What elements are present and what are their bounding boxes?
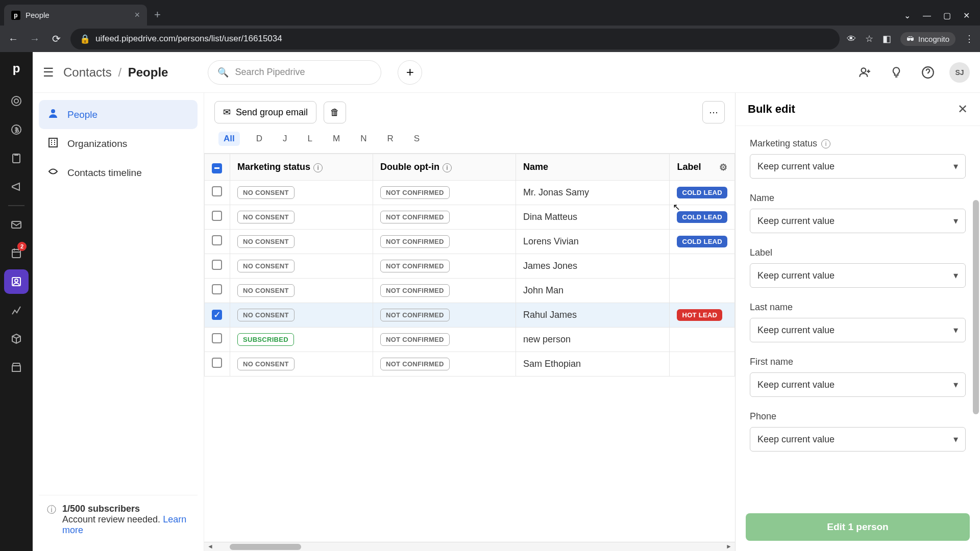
breadcrumb-root[interactable]: Contacts <box>63 65 112 79</box>
table-row[interactable]: NO CONSENT NOT CONFIRMED Mr. Jonas Samy … <box>205 181 735 205</box>
info-icon[interactable]: i <box>443 163 452 172</box>
maximize-icon[interactable]: ▢ <box>943 11 951 20</box>
sidebar-footer: ⓘ 1/500 subscribers Account review neede… <box>39 495 198 544</box>
row-checkbox[interactable] <box>212 235 222 245</box>
field-select[interactable]: Keep current value ▾ <box>750 209 966 233</box>
close-window-icon[interactable]: ✕ <box>963 11 970 20</box>
row-checkbox[interactable] <box>212 260 222 270</box>
alpha-filter-s[interactable]: S <box>410 132 424 146</box>
rail-deals-icon[interactable] <box>4 117 29 142</box>
search-placeholder: Search Pipedrive <box>235 67 305 78</box>
url-input[interactable]: 🔒 uifeed.pipedrive.com/persons/list/user… <box>70 29 840 49</box>
scroll-left-icon[interactable]: ◄ <box>207 543 213 550</box>
name-cell[interactable]: Dina Matteus <box>516 205 670 230</box>
horizontal-scrollbar[interactable]: ◄ ► <box>204 542 735 551</box>
table-row[interactable]: NO CONSENT NOT CONFIRMED Lorens Vivian C… <box>205 230 735 254</box>
field-select[interactable]: Keep current value ▾ <box>750 318 966 342</box>
invite-user-icon[interactable] <box>854 62 875 83</box>
panel-close-icon[interactable]: ✕ <box>958 102 968 116</box>
rail-marketplace-icon[interactable] <box>4 355 29 380</box>
incognito-icon: 🕶 <box>906 35 914 43</box>
row-checkbox[interactable] <box>212 333 222 343</box>
sidebar-item-contacts-timeline[interactable]: Contacts timeline <box>39 158 198 187</box>
column-header[interactable]: Double opt-ini <box>373 154 516 181</box>
scroll-right-icon[interactable]: ► <box>726 543 732 550</box>
field-select[interactable]: Keep current value ▾ <box>750 263 966 288</box>
name-cell[interactable]: Lorens Vivian <box>516 230 670 254</box>
name-cell[interactable]: Rahul James <box>516 303 670 328</box>
name-cell[interactable]: new person <box>516 328 670 352</box>
rail-campaigns-icon[interactable] <box>4 174 29 199</box>
rail-products-icon[interactable] <box>4 327 29 351</box>
kebab-menu-icon[interactable]: ⋮ <box>965 33 974 44</box>
field-select[interactable]: Keep current value ▾ <box>750 154 966 179</box>
rail-target-icon[interactable] <box>4 89 29 113</box>
field-select[interactable]: Keep current value ▾ <box>750 372 966 397</box>
minimize-icon[interactable]: ― <box>923 11 931 20</box>
avatar[interactable]: SJ <box>949 62 970 83</box>
send-group-email-button[interactable]: ✉ Send group email <box>214 101 316 123</box>
sidebar-item-people[interactable]: People <box>39 100 198 129</box>
alpha-filter-j[interactable]: J <box>279 132 291 146</box>
close-tab-icon[interactable]: × <box>134 10 140 20</box>
alpha-filter-r[interactable]: R <box>383 132 397 146</box>
alpha-filter-d[interactable]: D <box>252 132 266 146</box>
column-header[interactable]: Marketing statusi <box>230 154 373 181</box>
panel-body[interactable]: Marketing statusi Keep current value ▾ N… <box>736 126 980 506</box>
rail-projects-icon[interactable] <box>4 146 29 170</box>
info-icon[interactable]: i <box>313 163 323 172</box>
app-logo-icon[interactable]: p <box>7 59 26 78</box>
row-checkbox[interactable] <box>212 358 222 368</box>
reload-icon[interactable]: ⟳ <box>49 33 63 45</box>
name-cell[interactable]: Sam Ethopian <box>516 352 670 377</box>
info-icon[interactable]: i <box>821 139 830 148</box>
back-icon[interactable]: ← <box>6 33 20 45</box>
alpha-filter-n[interactable]: N <box>356 132 371 146</box>
table-row[interactable]: ✓ NO CONSENT NOT CONFIRMED Rahul James H… <box>205 303 735 328</box>
more-actions-button[interactable]: ⋯ <box>702 101 725 123</box>
select-value: Keep current value <box>757 161 835 172</box>
delete-button[interactable]: 🗑 <box>324 102 346 123</box>
eye-off-icon[interactable]: 👁 <box>847 34 856 44</box>
row-checkbox[interactable] <box>212 211 222 221</box>
new-tab-button[interactable]: + <box>147 4 168 26</box>
rail-mail-icon[interactable] <box>4 212 29 237</box>
table-wrap[interactable]: Marketing statusiDouble opt-iniNameLabel… <box>204 153 735 542</box>
column-header[interactable]: Label⚙ <box>670 154 735 181</box>
edit-person-submit-button[interactable]: Edit 1 person <box>746 513 970 541</box>
name-cell[interactable]: John Man <box>516 279 670 303</box>
name-cell[interactable]: Mr. Jonas Samy <box>516 181 670 205</box>
sidebar-item-organizations[interactable]: Organizations <box>39 129 198 158</box>
column-settings-icon[interactable]: ⚙ <box>719 162 727 173</box>
rail-insights-icon[interactable] <box>4 298 29 322</box>
browser-tab[interactable]: p People × <box>4 5 147 26</box>
panel-scrollbar-thumb[interactable] <box>973 200 979 414</box>
table-row[interactable]: NO CONSENT NOT CONFIRMED Sam Ethopian <box>205 352 735 377</box>
add-button[interactable]: + <box>398 60 422 85</box>
alpha-filter-all[interactable]: All <box>218 132 240 146</box>
column-header[interactable]: Name <box>516 154 670 181</box>
row-checkbox[interactable] <box>212 186 222 196</box>
bookmark-icon[interactable]: ☆ <box>865 33 873 44</box>
search-input[interactable]: 🔍 Search Pipedrive <box>208 60 381 85</box>
assistant-icon[interactable] <box>886 62 906 83</box>
scrollbar-thumb[interactable] <box>230 544 301 550</box>
chevron-down-icon[interactable]: ⌄ <box>904 11 911 20</box>
extensions-icon[interactable]: ◧ <box>883 33 891 44</box>
column-label: Marketing status <box>237 162 310 172</box>
table-row[interactable]: NO CONSENT NOT CONFIRMED Dina Matteus CO… <box>205 205 735 230</box>
menu-toggle-icon[interactable]: ☰ <box>43 65 54 80</box>
field-select[interactable]: Keep current value ▾ <box>750 427 966 452</box>
table-row[interactable]: NO CONSENT NOT CONFIRMED John Man <box>205 279 735 303</box>
rail-activities-icon[interactable]: 2 <box>4 241 29 265</box>
alpha-filter-l[interactable]: L <box>304 132 316 146</box>
select-all-checkbox[interactable] <box>212 163 222 173</box>
row-checkbox[interactable] <box>212 284 222 294</box>
alpha-filter-m[interactable]: M <box>329 132 344 146</box>
row-checkbox[interactable]: ✓ <box>212 310 222 320</box>
table-row[interactable]: NO CONSENT NOT CONFIRMED James Jones <box>205 254 735 279</box>
name-cell[interactable]: James Jones <box>516 254 670 279</box>
table-row[interactable]: SUBSCRIBED NOT CONFIRMED new person <box>205 328 735 352</box>
help-icon[interactable] <box>918 62 938 83</box>
rail-contacts-icon[interactable] <box>4 269 29 294</box>
